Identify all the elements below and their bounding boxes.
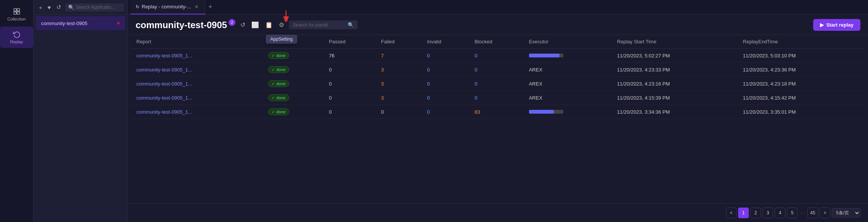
status-badge: ✓ done (268, 66, 289, 73)
page-2-button[interactable]: 2 (750, 208, 761, 218)
tab-add-button[interactable]: + (205, 3, 216, 11)
search-plan-box[interactable]: 🔍 (289, 21, 358, 29)
cell-report: community-test-0905_1... (132, 91, 264, 105)
replay-table: Report State Passed Failed Invalid Block… (132, 35, 864, 119)
cell-replay-start: 11/20/2023, 4:23:33 PM (612, 63, 738, 77)
favorite-button[interactable]: ♥ (46, 3, 53, 11)
sidebar-item-replay[interactable]: Replay (0, 27, 33, 48)
report-link[interactable]: community-test-0905_1... (136, 95, 192, 101)
cell-replay-start: 11/20/2023, 5:02:27 PM (612, 49, 738, 63)
template-icon-button[interactable]: 📋 (264, 20, 274, 30)
cell-blocked: 0 (470, 63, 524, 77)
appsetting-label: AppSetting (270, 36, 293, 42)
table-area: Report State Passed Failed Invalid Block… (128, 35, 868, 203)
cell-replay-end: 11/20/2023, 4:15:42 PM (739, 91, 864, 105)
sync-icon-button[interactable]: ↺ (239, 20, 246, 30)
cell-executor (524, 105, 612, 119)
cell-failed: 7 (377, 49, 423, 63)
sidebar-nav: Collection Replay (0, 4, 33, 48)
col-blocked: Blocked (470, 35, 524, 49)
page-size-select[interactable]: 5条/页 10条/页 20条/页 (832, 208, 860, 217)
cell-invalid: 0 (422, 105, 470, 119)
cell-replay-start: 11/20/2023, 3:34:36 PM (612, 105, 738, 119)
cell-blocked: 0 (470, 49, 524, 63)
search-plan-icon: 🔍 (348, 22, 354, 28)
page-5-button[interactable]: 5 (787, 208, 798, 218)
app-search-box[interactable]: 🔍 (65, 3, 124, 11)
table-row: community-test-0905_1...✓ done0008311/20… (132, 105, 864, 119)
cell-invalid: 0 (422, 77, 470, 91)
cell-executor: AREX (524, 77, 612, 91)
table-row: community-test-0905_1...✓ done7670011/20… (132, 49, 864, 63)
report-link[interactable]: community-test-0905_1... (136, 81, 192, 87)
sidebar: Collection Replay (0, 0, 34, 222)
sidebar-item-collection-label: Collection (7, 17, 26, 21)
tab-close-button[interactable]: ✕ (193, 4, 200, 10)
status-badge: ✓ done (268, 52, 289, 59)
col-passed: Passed (325, 35, 377, 49)
cell-report: community-test-0905_1... (132, 105, 264, 119)
app-search-input[interactable] (76, 5, 121, 10)
page-dots: ··· (799, 210, 806, 216)
main-area: ↻ Replay - community-... ✕ + community-t… (128, 0, 868, 222)
report-link[interactable]: community-test-0905_1... (136, 53, 192, 59)
cell-state: ✓ done (264, 77, 324, 91)
start-replay-button[interactable]: ▶ Start replay (813, 19, 860, 31)
cell-failed: 3 (377, 91, 423, 105)
page-title: community-test-0905 (136, 20, 227, 30)
cell-state: ✓ done (264, 91, 324, 105)
cell-executor (524, 49, 612, 63)
refresh-button[interactable]: ↺ (55, 3, 63, 11)
cell-passed: 0 (325, 105, 377, 119)
collection-item[interactable]: community-test-0905 ♥ (36, 16, 125, 30)
page-1-button[interactable]: 1 (738, 208, 749, 218)
tab-loading-icon: ↻ (136, 4, 139, 10)
col-end-time: ReplayEndTime (739, 35, 864, 49)
cell-state: ✓ done (264, 49, 324, 63)
appsetting-wrapper: ⚙ AppSetting (278, 20, 285, 30)
svg-rect-3 (17, 12, 19, 14)
report-link[interactable]: community-test-0905_1... (136, 67, 192, 73)
svg-rect-0 (14, 9, 16, 11)
gear-settings-button[interactable]: ⚙ (278, 20, 285, 30)
sidebar-item-collection[interactable]: Collection (0, 4, 33, 25)
cell-state: ✓ done (264, 63, 324, 77)
last-page-button[interactable]: 45 (807, 208, 818, 218)
prev-page-button[interactable]: < (726, 208, 737, 218)
table-header: Report State Passed Failed Invalid Block… (132, 35, 864, 49)
export-icon-button[interactable]: ⬜ (250, 20, 260, 30)
executor-bar-fill (529, 110, 554, 114)
svg-rect-2 (14, 12, 16, 14)
executor-bar (529, 110, 563, 114)
cell-report: community-test-0905_1... (132, 63, 264, 77)
table-row: community-test-0905_1...✓ done0300AREX11… (132, 63, 864, 77)
badge-count: 2 (229, 19, 235, 26)
cell-invalid: 0 (422, 63, 470, 77)
cell-passed: 76 (325, 49, 377, 63)
tab-replay-community[interactable]: ↻ Replay - community-... ✕ (130, 0, 205, 14)
search-icon: 🔍 (68, 5, 74, 10)
executor-bar (529, 54, 563, 57)
table-row: community-test-0905_1...✓ done0300AREX11… (132, 91, 864, 105)
search-plan-input[interactable] (293, 22, 345, 28)
appsetting-tooltip: AppSetting (266, 35, 297, 44)
cell-failed: 0 (377, 105, 423, 119)
cell-report: community-test-0905_1... (132, 77, 264, 91)
page-3-button[interactable]: 3 (762, 208, 773, 218)
cell-passed: 0 (325, 63, 377, 77)
cell-invalid: 0 (422, 91, 470, 105)
tab-bar: ↻ Replay - community-... ✕ + (128, 0, 868, 14)
svg-rect-1 (17, 9, 19, 11)
start-replay-label: Start replay (826, 22, 854, 28)
tab-label: Replay - community-... (142, 4, 191, 10)
cell-state: ✓ done (264, 105, 324, 119)
cell-blocked: 83 (470, 105, 524, 119)
page-4-button[interactable]: 4 (775, 208, 785, 218)
table-row: community-test-0905_1...✓ done0300AREX11… (132, 77, 864, 91)
cell-report: community-test-0905_1... (132, 49, 264, 63)
add-button[interactable]: + (37, 3, 44, 11)
report-link[interactable]: community-test-0905_1... (136, 109, 192, 115)
table-body: community-test-0905_1...✓ done7670011/20… (132, 49, 864, 119)
next-page-button[interactable]: > (820, 208, 830, 218)
cell-replay-start: 11/20/2023, 4:23:16 PM (612, 77, 738, 91)
